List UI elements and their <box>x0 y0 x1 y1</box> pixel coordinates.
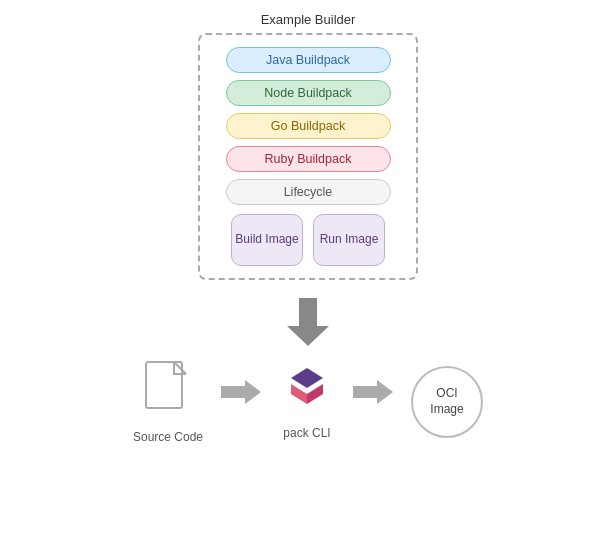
oci-image-circle: OCIImage <box>411 366 483 438</box>
node-buildpack: Node Buildpack <box>226 80 391 106</box>
pack-cli-label: pack CLI <box>283 426 330 440</box>
source-code-label: Source Code <box>133 430 203 444</box>
build-image-box: Build Image <box>231 214 303 266</box>
svg-marker-6 <box>353 380 393 404</box>
bottom-row: Source Code pack CLI OCIImage <box>0 360 616 444</box>
svg-marker-0 <box>287 298 329 346</box>
source-code-icon <box>142 360 194 424</box>
down-arrow <box>283 298 333 346</box>
svg-marker-4 <box>291 384 307 404</box>
builder-section: Example Builder Java Buildpack Node Buil… <box>0 12 616 280</box>
arrow-right-2 <box>353 378 393 406</box>
builder-title: Example Builder <box>261 12 356 27</box>
svg-marker-3 <box>291 368 323 388</box>
source-code-item: Source Code <box>133 360 203 444</box>
run-image-box: Run Image <box>313 214 385 266</box>
svg-marker-5 <box>307 384 323 404</box>
svg-rect-1 <box>146 362 182 408</box>
ruby-buildpack: Ruby Buildpack <box>226 146 391 172</box>
pack-cli-logo <box>279 364 335 420</box>
java-buildpack: Java Buildpack <box>226 47 391 73</box>
svg-marker-2 <box>221 380 261 404</box>
builder-box: Java Buildpack Node Buildpack Go Buildpa… <box>198 33 418 280</box>
images-row: Build Image Run Image <box>231 214 385 266</box>
lifecycle-buildpack: Lifecycle <box>226 179 391 205</box>
arrow-right-1 <box>221 378 261 406</box>
pack-cli-item: pack CLI <box>279 364 335 440</box>
go-buildpack: Go Buildpack <box>226 113 391 139</box>
oci-image-item: OCIImage <box>411 366 483 438</box>
